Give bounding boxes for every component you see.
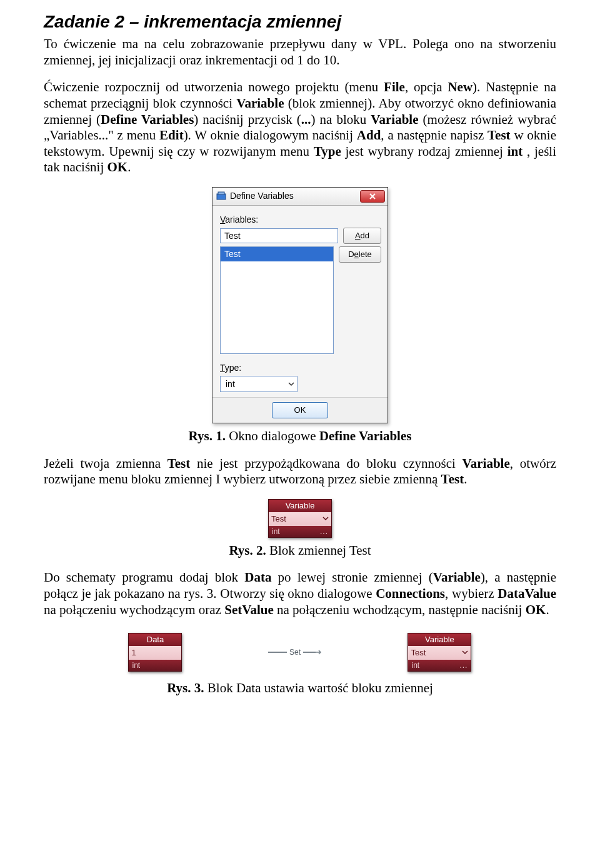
block-value: Test — [411, 648, 426, 658]
block-footer[interactable]: int ... — [269, 526, 331, 537]
bold: Test — [168, 456, 191, 471]
variable-name-input[interactable] — [220, 228, 338, 243]
list-item[interactable]: Test — [221, 247, 333, 261]
chevron-down-icon — [288, 379, 294, 390]
data-to-variable-flow: Data 1 int Set Variable Test int ... — [44, 629, 556, 675]
ellipsis-icon[interactable]: ... — [320, 527, 328, 537]
text: po lewej stronie zmiennej ( — [271, 570, 432, 585]
text: ) na bloku — [311, 112, 371, 127]
bold: OK — [107, 159, 128, 174]
caption-prefix: Rys. 1. — [189, 428, 226, 443]
bold: Variable — [236, 96, 284, 111]
define-variables-dialog: Define Variables VVariables:ariables: Ad… — [212, 187, 388, 423]
caption-text: Okno dialogowe — [226, 428, 319, 443]
block-value-select[interactable]: Test — [408, 646, 471, 660]
block-type: int — [411, 661, 419, 670]
block-value-select[interactable]: Test — [269, 512, 331, 526]
connect-paragraph: Do schematy programu dodaj blok Data po … — [44, 570, 556, 618]
wire-icon — [268, 652, 287, 653]
block-footer[interactable]: int ... — [408, 660, 471, 671]
steps-paragraph: Ćwiczenie rozpocznij od utworzenia noweg… — [44, 79, 556, 176]
assign-paragraph: Jeżeli twoja zmienna Test nie jest przyp… — [44, 456, 556, 488]
text: na połączeniu wchodzącym, następnie naci… — [274, 602, 526, 617]
block-value: Test — [271, 514, 286, 524]
app-icon — [216, 191, 226, 201]
block-title: Variable — [269, 500, 331, 512]
ellipsis-icon[interactable]: ... — [459, 661, 468, 670]
bold: Test — [488, 128, 511, 143]
arrow-right-icon — [316, 649, 322, 655]
close-button[interactable] — [360, 190, 385, 203]
bold: Test — [441, 472, 464, 487]
bold: Connections — [376, 586, 445, 601]
bold: int — [508, 144, 523, 159]
svg-rect-1 — [218, 192, 224, 194]
bold: New — [448, 79, 472, 94]
caption-prefix: Rys. 2. — [229, 543, 266, 558]
bold: SetValue — [224, 602, 274, 617]
variable-block[interactable]: Variable Test int ... — [408, 633, 471, 672]
type-label: Type: — [220, 363, 381, 373]
block-value: 1 — [131, 648, 136, 658]
add-button[interactable]: Add — [343, 228, 381, 244]
caption-text: Blok Data ustawia wartość bloku zmiennej — [204, 680, 433, 695]
block-value-row[interactable]: 1 — [129, 646, 181, 660]
bold: OK — [526, 602, 546, 617]
dialog-title: Define Variables — [230, 191, 360, 201]
variables-list[interactable]: Test — [220, 246, 334, 354]
text: Do schematy programu dodaj blok — [44, 570, 244, 585]
caption-text: Blok zmiennej Test — [266, 543, 371, 558]
variables-label: VVariables:ariables: — [220, 214, 381, 225]
text: ) naciśnij przycisk ( — [194, 112, 301, 127]
variable-block[interactable]: Variable Test int ... — [268, 499, 332, 538]
bold: Add — [357, 128, 381, 143]
block-title: Data — [129, 633, 181, 646]
delete-button[interactable]: Delete — [339, 246, 381, 263]
figure-1-caption: Rys. 1. Okno dialogowe Define Variables — [44, 428, 556, 445]
bold: Edit — [159, 128, 184, 143]
connection-link[interactable]: Set — [267, 648, 323, 657]
text: ). W oknie dialogowym naciśnij — [184, 128, 357, 143]
dialog-titlebar[interactable]: Define Variables — [212, 188, 388, 206]
type-value: int — [226, 379, 235, 390]
text: , wybierz — [445, 586, 498, 601]
figure-2-caption: Rys. 2. Blok zmiennej Test — [44, 543, 556, 559]
caption-bold: Define Variables — [319, 428, 412, 443]
block-title: Variable — [408, 633, 471, 646]
block-type: int — [272, 527, 280, 537]
intro-paragraph: To ćwiczenie ma na celu zobrazowanie prz… — [44, 36, 556, 68]
connection-label: Set — [287, 648, 303, 657]
ok-button[interactable]: OK — [272, 402, 328, 418]
block-footer[interactable]: int — [129, 660, 181, 671]
bold: Type — [314, 144, 341, 159]
close-icon — [369, 193, 376, 199]
text: . — [464, 472, 467, 487]
bold: Variable — [462, 456, 510, 471]
text: jest wybrany rodzaj zmiennej — [341, 144, 508, 159]
text: Ćwiczenie rozpocznij od utworzenia noweg… — [44, 79, 384, 94]
text: Jeżeli twoja zmienna — [44, 456, 168, 471]
text: , opcja — [405, 79, 448, 94]
text: . — [128, 159, 131, 174]
bold: Variable — [371, 112, 418, 127]
text: na połączeniu wychodzącym oraz — [44, 602, 224, 617]
bold: Variable — [433, 570, 481, 585]
bold: ... — [301, 112, 311, 127]
type-select[interactable]: int — [220, 376, 298, 392]
text: , a następnie napisz — [381, 128, 488, 143]
figure-3-caption: Rys. 3. Blok Data ustawia wartość bloku … — [44, 680, 556, 697]
data-block[interactable]: Data 1 int — [128, 633, 182, 672]
bold: Data — [244, 570, 271, 585]
text: . — [546, 602, 549, 617]
bold: File — [384, 79, 405, 94]
wire-icon — [303, 652, 316, 653]
chevron-down-icon — [322, 514, 329, 524]
bold: DataValue — [498, 586, 556, 601]
chevron-down-icon — [462, 648, 468, 658]
task-title: Zadanie 2 – inkrementacja zmiennej — [44, 11, 556, 33]
block-type: int — [132, 661, 140, 670]
caption-prefix: Rys. 3. — [167, 680, 204, 695]
bold: Define Variables — [101, 112, 194, 127]
text: nie jest przypożądkowana do bloku czynno… — [190, 456, 462, 471]
